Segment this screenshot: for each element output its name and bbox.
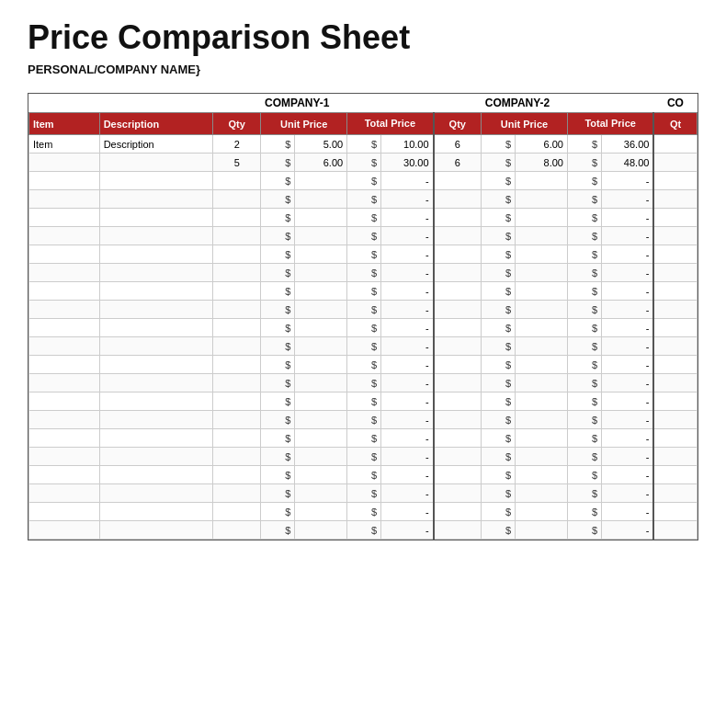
cell-up2-val [516, 448, 568, 466]
cell-qty2 [434, 448, 482, 466]
cell-qty3 [653, 264, 697, 282]
cell-item [29, 448, 100, 466]
cell-up1-dollar: $ [261, 484, 295, 503]
company2-label: COMPANY-2 [434, 94, 602, 113]
cell-up2-val [516, 172, 568, 190]
cell-up2-val [516, 227, 568, 245]
cell-tp1-val: - [381, 319, 434, 337]
cell-desc [99, 282, 213, 301]
cell-desc [99, 245, 213, 264]
cell-qty1 [213, 484, 261, 503]
cell-tp2-val: - [602, 282, 654, 301]
cell-qty3 [653, 227, 697, 245]
cell-tp1-val: 10.00 [381, 135, 434, 154]
cell-up2-dollar: $ [482, 209, 516, 227]
header-description: Description [99, 113, 213, 135]
cell-up2-val [516, 190, 568, 209]
cell-up1-dollar: $ [261, 264, 295, 282]
cell-qty1: 2 [213, 135, 261, 154]
cell-up2-val [516, 356, 568, 374]
cell-up1-dollar: $ [261, 301, 295, 319]
cell-tp2-dollar: $ [567, 172, 601, 190]
cell-up1-val [295, 466, 347, 484]
cell-tp1-dollar: $ [347, 484, 381, 503]
cell-tp1-val: 30.00 [381, 154, 434, 172]
cell-up1-val [295, 282, 347, 301]
cell-tp2-val: - [602, 245, 654, 264]
cell-qty1 [213, 337, 261, 356]
table-row: $$-$$- [29, 319, 698, 337]
cell-qty3 [653, 411, 697, 429]
cell-desc [99, 337, 213, 356]
cell-qty3 [653, 466, 697, 484]
cell-tp1-val: - [381, 172, 434, 190]
cell-up1-dollar: $ [261, 227, 295, 245]
cell-up2-dollar: $ [482, 172, 516, 190]
cell-tp1-dollar: $ [347, 209, 381, 227]
cell-up2-val [516, 245, 568, 264]
cell-tp2-dollar: $ [567, 374, 601, 392]
cell-up2-dollar: $ [482, 319, 516, 337]
cell-tp2-val: 48.00 [602, 154, 654, 172]
cell-qty1 [213, 503, 261, 521]
cell-tp2-dollar: $ [567, 245, 601, 264]
cell-qty3 [653, 337, 697, 356]
cell-tp2-val: - [602, 319, 654, 337]
cell-qty3 [653, 282, 697, 301]
cell-up2-val: 8.00 [516, 154, 568, 172]
cell-tp1-val: - [381, 245, 434, 264]
cell-up1-val [295, 503, 347, 521]
cell-desc [99, 209, 213, 227]
cell-qty1 [213, 172, 261, 190]
cell-tp2-dollar: $ [567, 319, 601, 337]
cell-qty1 [213, 282, 261, 301]
cell-tp2-val: - [602, 521, 654, 540]
cell-desc [99, 411, 213, 429]
cell-tp2-val: - [602, 264, 654, 282]
cell-qty2: 6 [434, 135, 482, 154]
table-row: ItemDescription2$5.00$10.006$6.00$36.00 [29, 135, 698, 154]
cell-up1-dollar: $ [261, 282, 295, 301]
cell-item [29, 429, 100, 448]
cell-up2-val [516, 301, 568, 319]
cell-up1-dollar: $ [261, 503, 295, 521]
cell-qty1 [213, 227, 261, 245]
table-row: $$-$$- [29, 209, 698, 227]
cell-desc [99, 392, 213, 411]
cell-tp1-dollar: $ [347, 282, 381, 301]
header-total-price2: Total Price [567, 113, 653, 135]
cell-item [29, 484, 100, 503]
cell-up1-dollar: $ [261, 190, 295, 209]
cell-up2-dollar: $ [482, 154, 516, 172]
cell-tp2-dollar: $ [567, 503, 601, 521]
cell-item: Item [29, 135, 100, 154]
comparison-table: COMPANY-1 COMPANY-2 CO Item Description … [28, 93, 698, 540]
cell-up1-val: 6.00 [295, 154, 347, 172]
cell-qty2 [434, 301, 482, 319]
cell-item [29, 282, 100, 301]
cell-up1-val [295, 245, 347, 264]
cell-item [29, 264, 100, 282]
cell-up2-val [516, 429, 568, 448]
cell-up1-val [295, 521, 347, 540]
cell-qty2 [434, 337, 482, 356]
cell-item [29, 521, 100, 540]
cell-qty1 [213, 466, 261, 484]
cell-up2-val [516, 466, 568, 484]
cell-item [29, 503, 100, 521]
cell-up1-dollar: $ [261, 337, 295, 356]
cell-item [29, 337, 100, 356]
header-total-price1: Total Price [347, 113, 434, 135]
cell-tp2-val: - [602, 392, 654, 411]
cell-desc: Description [99, 135, 213, 154]
table-row: 5$6.00$30.006$8.00$48.00 [29, 154, 698, 172]
cell-tp2-val: - [602, 503, 654, 521]
column-header-row: Item Description Qty Unit Price Total Pr… [29, 113, 698, 135]
cell-up2-val [516, 521, 568, 540]
cell-up2-val [516, 337, 568, 356]
cell-tp1-dollar: $ [347, 374, 381, 392]
cell-desc [99, 154, 213, 172]
cell-tp1-val: - [381, 429, 434, 448]
table-row: $$-$$- [29, 301, 698, 319]
cell-up1-dollar: $ [261, 374, 295, 392]
